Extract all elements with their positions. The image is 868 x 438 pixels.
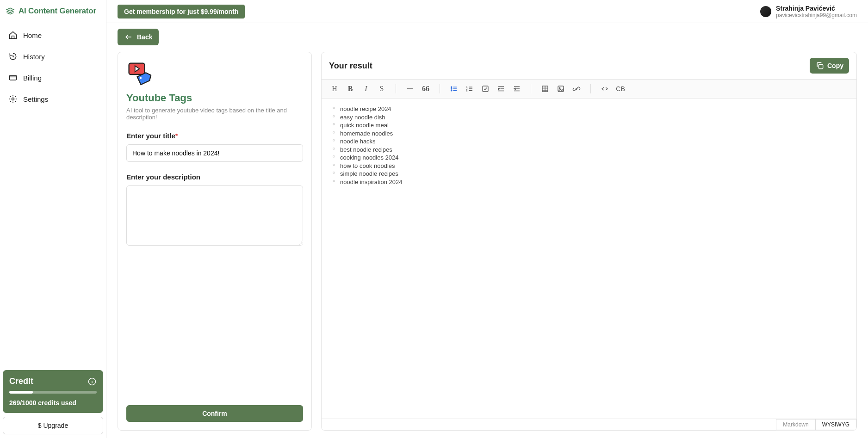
result-item[interactable]: noodle inspiration 2024: [333, 178, 845, 186]
credit-progress: [9, 391, 97, 394]
toolbar-codeblock[interactable]: CB: [613, 82, 628, 95]
svg-text:3: 3: [466, 90, 468, 93]
mode-switch: Markdown WYSIWYG: [322, 419, 856, 430]
title-label: Enter your title*: [126, 132, 303, 140]
history-icon: [8, 52, 18, 61]
result-heading: Your result: [329, 61, 372, 71]
credit-text: 269/1000 credits used: [9, 399, 97, 407]
brand-name: AI Content Generator: [19, 6, 96, 16]
result-item[interactable]: noodle hacks: [333, 137, 845, 146]
copy-icon: [815, 61, 825, 70]
tool-desc: AI tool to generate youtube video tags b…: [126, 107, 303, 121]
result-item[interactable]: quick noodle meal: [333, 121, 845, 130]
nav-history[interactable]: History: [3, 46, 103, 67]
svg-rect-5: [819, 65, 823, 69]
nav-billing-label: Billing: [23, 74, 42, 82]
toolbar-indent[interactable]: [494, 82, 508, 95]
title-input[interactable]: [126, 144, 303, 162]
avatar: [760, 6, 771, 17]
editor-toolbar: H B I S 66 123: [322, 79, 856, 99]
toolbar-bold[interactable]: B: [343, 82, 358, 95]
toolbar-ul[interactable]: [446, 82, 461, 95]
confirm-button[interactable]: Confirm: [126, 405, 303, 422]
svg-point-7: [451, 88, 452, 89]
svg-rect-0: [10, 75, 17, 80]
tool-title: Youtube Tags: [126, 92, 303, 104]
workspace: Back Youtube Tags AI tool to generate yo…: [106, 23, 868, 438]
credit-heading: Credit: [9, 376, 33, 386]
svg-point-15: [559, 87, 560, 88]
mode-markdown[interactable]: Markdown: [776, 419, 815, 430]
gear-icon: [8, 94, 18, 104]
result-item[interactable]: simple noodle recipes: [333, 170, 845, 178]
billing-icon: [8, 73, 18, 82]
membership-button[interactable]: Get membership for just $9.99/month: [118, 5, 245, 19]
brand-logo[interactable]: AI Content Generator: [3, 4, 103, 22]
editor-body[interactable]: noodle recipe 2024easy noodle dishquick …: [322, 99, 856, 419]
main: Get membership for just $9.99/month Stra…: [106, 0, 868, 438]
nav-home-label: Home: [23, 31, 42, 39]
nav-billing[interactable]: Billing: [3, 68, 103, 88]
logo-icon: [6, 6, 15, 16]
toolbar-link[interactable]: [569, 82, 584, 95]
result-item[interactable]: easy noodle dish: [333, 113, 845, 122]
svg-point-8: [451, 90, 452, 91]
result-item[interactable]: noodle recipe 2024: [333, 105, 845, 113]
back-label: Back: [137, 33, 152, 41]
nav: Home History Billing Settings: [3, 25, 103, 109]
input-panel: Youtube Tags AI tool to generate youtube…: [118, 52, 312, 431]
result-item[interactable]: best noodle recipes: [333, 146, 845, 154]
credit-widget: Credit 269/1000 credits used: [3, 370, 103, 413]
sidebar: AI Content Generator Home History Billin…: [0, 0, 106, 438]
svg-point-6: [451, 86, 452, 87]
toolbar-strike[interactable]: S: [374, 82, 389, 95]
description-input[interactable]: [126, 185, 303, 246]
nav-settings-label: Settings: [23, 95, 48, 103]
result-panel: Your result Copy H B I S: [321, 52, 857, 431]
topbar: Get membership for just $9.99/month Stra…: [106, 0, 868, 23]
arrow-left-icon: [124, 32, 133, 42]
toolbar-heading[interactable]: H: [327, 82, 342, 95]
upgrade-button[interactable]: $ Upgrade: [3, 417, 103, 434]
info-icon[interactable]: [87, 377, 97, 386]
youtube-tags-icon: [126, 61, 154, 88]
svg-rect-12: [483, 86, 488, 92]
copy-button[interactable]: Copy: [810, 58, 849, 74]
result-item[interactable]: homemade noodles: [333, 130, 845, 138]
user-block[interactable]: Strahinja Pavićević pavicevicstrahinja99…: [760, 5, 857, 19]
user-name: Strahinja Pavićević: [776, 5, 857, 12]
result-item[interactable]: how to cook noodles: [333, 162, 845, 170]
toolbar-italic[interactable]: I: [359, 82, 373, 95]
toolbar-outdent[interactable]: [509, 82, 524, 95]
description-label: Enter your description: [126, 173, 303, 181]
nav-settings[interactable]: Settings: [3, 89, 103, 109]
nav-history-label: History: [23, 53, 45, 61]
toolbar-code[interactable]: [597, 82, 612, 95]
copy-label: Copy: [827, 62, 843, 69]
nav-home[interactable]: Home: [3, 25, 103, 45]
user-email: pavicevicstrahinja99@gmail.com: [776, 12, 857, 19]
toolbar-ol[interactable]: 123: [462, 82, 477, 95]
back-button[interactable]: Back: [118, 29, 159, 45]
toolbar-checklist[interactable]: [478, 82, 493, 95]
toolbar-hr[interactable]: [403, 82, 417, 95]
result-item[interactable]: cooking noodles 2024: [333, 154, 845, 162]
mode-wysiwyg[interactable]: WYSIWYG: [815, 419, 856, 430]
toolbar-image[interactable]: [553, 82, 568, 95]
toolbar-quote[interactable]: 66: [418, 82, 433, 95]
home-icon: [8, 31, 18, 40]
toolbar-table[interactable]: [538, 82, 552, 95]
svg-point-1: [12, 98, 14, 100]
